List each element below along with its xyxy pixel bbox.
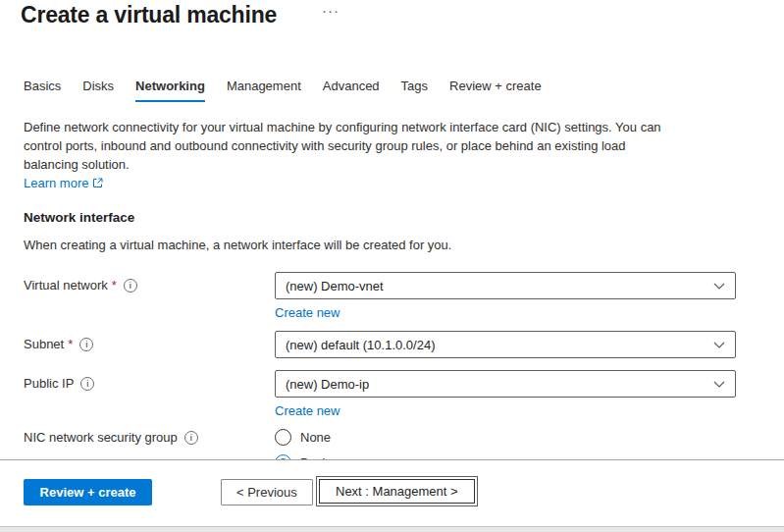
page-title: Create a virtual machine xyxy=(21,2,784,28)
tab-networking[interactable]: Networking xyxy=(135,79,205,102)
public-ip-field-cell: (new) Demo-ip Create new xyxy=(275,370,736,420)
subnet-field-cell: (new) default (10.1.0.0/24) xyxy=(275,331,736,358)
nic-nsg-label-cell: NIC network security group xyxy=(24,424,275,445)
virtual-network-row: Virtual network * (new) Demo-vnet Create… xyxy=(0,272,784,322)
content-area: Create a virtual machine ··· Basics Disk… xyxy=(0,0,784,460)
tab-bar: Basics Disks Networking Management Advan… xyxy=(24,79,784,102)
subnet-label-cell: Subnet * xyxy=(24,331,275,351)
info-icon[interactable] xyxy=(124,279,137,293)
chevron-down-icon xyxy=(713,381,725,388)
virtual-network-label-cell: Virtual network * xyxy=(24,272,275,293)
nic-nsg-options: None Basic Advanced xyxy=(275,424,736,460)
virtual-network-label: Virtual network xyxy=(24,278,108,293)
tab-description: Define network connectivity for your vir… xyxy=(24,118,669,174)
create-new-vnet-link[interactable]: Create new xyxy=(275,303,340,322)
public-ip-label: Public IP xyxy=(24,376,74,391)
public-ip-label-cell: Public IP xyxy=(24,370,275,391)
radio-option-none[interactable]: None xyxy=(275,424,736,450)
nic-nsg-row: NIC network security group None Basic Ad… xyxy=(0,424,784,460)
create-vm-page: Create a virtual machine ··· Basics Disk… xyxy=(0,0,784,532)
required-marker: * xyxy=(68,337,73,351)
public-ip-select[interactable]: (new) Demo-ip xyxy=(275,370,736,398)
chevron-down-icon xyxy=(713,342,725,348)
tab-management[interactable]: Management xyxy=(227,79,301,102)
tab-review-create[interactable]: Review + create xyxy=(449,79,542,102)
virtual-network-select[interactable]: (new) Demo-vnet xyxy=(275,272,736,299)
subnet-select[interactable]: (new) default (10.1.0.0/24) xyxy=(275,331,736,358)
public-ip-value: (new) Demo-ip xyxy=(286,377,369,392)
virtual-network-value: (new) Demo-vnet xyxy=(286,279,384,293)
subnet-value: (new) default (10.1.0.0/24) xyxy=(286,338,435,352)
external-link-icon xyxy=(92,178,103,188)
radio-option-basic[interactable]: Basic xyxy=(275,450,736,460)
tab-basics[interactable]: Basics xyxy=(24,79,61,102)
virtual-network-field-cell: (new) Demo-vnet Create new xyxy=(275,272,736,322)
info-icon[interactable] xyxy=(79,338,93,351)
subnet-row: Subnet * (new) default (10.1.0.0/24) xyxy=(0,331,784,358)
learn-more-link[interactable]: Learn more xyxy=(24,176,103,190)
info-icon[interactable] xyxy=(80,377,94,391)
section-title: Network interface xyxy=(24,210,784,225)
next-button-focus-ring: Next : Management > xyxy=(316,476,478,506)
previous-button[interactable]: < Previous xyxy=(221,479,313,505)
page-header: Create a virtual machine ··· xyxy=(0,0,784,29)
create-new-public-ip-link[interactable]: Create new xyxy=(275,401,340,420)
next-management-button[interactable]: Next : Management > xyxy=(319,479,475,504)
chevron-down-icon xyxy=(713,283,725,290)
required-marker: * xyxy=(112,278,117,293)
public-ip-row: Public IP (new) Demo-ip Create new xyxy=(0,370,784,420)
bottom-edge-strip xyxy=(0,526,784,532)
learn-more-label: Learn more xyxy=(24,176,88,190)
tab-tags[interactable]: Tags xyxy=(401,79,428,102)
footer-bar: Review + create < Previous Next : Manage… xyxy=(0,460,784,526)
radio-label: None xyxy=(300,430,331,445)
tab-disks[interactable]: Disks xyxy=(82,79,114,102)
tab-advanced[interactable]: Advanced xyxy=(323,79,380,102)
review-create-button[interactable]: Review + create xyxy=(24,479,152,505)
section-description: When creating a virtual machine, a netwo… xyxy=(24,238,760,252)
nic-nsg-label: NIC network security group xyxy=(24,430,178,445)
info-icon[interactable] xyxy=(184,431,198,445)
radio-icon xyxy=(275,429,291,446)
subnet-label: Subnet xyxy=(24,337,64,351)
more-options-icon[interactable]: ··· xyxy=(322,2,340,19)
